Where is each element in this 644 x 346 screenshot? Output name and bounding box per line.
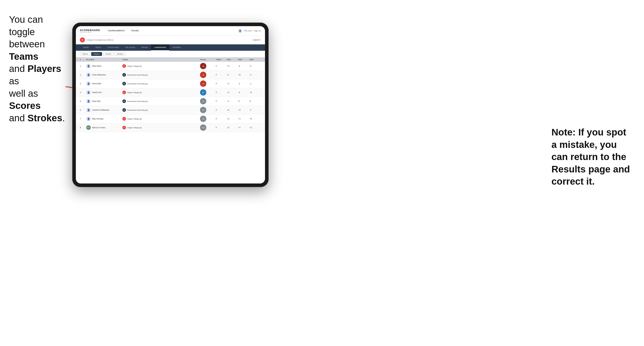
rd1-value: +1 xyxy=(227,100,238,102)
top-nav: SCOREBOARD Powered by clippd TOURNAMENTS… xyxy=(76,26,265,36)
tab-details[interactable]: Details xyxy=(80,44,92,51)
rd2-value: +7 xyxy=(238,127,250,129)
team-name: Clippd College [A] xyxy=(127,118,142,120)
rd1-value: +1 xyxy=(227,82,238,85)
avatar: 👤 xyxy=(86,108,91,112)
team-logo: C xyxy=(122,91,126,94)
player-cell: 👤 Rich Butler xyxy=(86,81,122,86)
rd1-value: +2 xyxy=(227,127,238,129)
team-name: Scoreboard University [A] xyxy=(127,83,148,85)
table-row[interactable]: 7 👤 Blair McHarg C Clippd College [A] +9… xyxy=(76,115,265,123)
team-cell: S Scoreboard University [A] xyxy=(122,108,200,112)
nav-tournaments[interactable]: TOURNAMENTS xyxy=(104,26,128,35)
col-thru: THRU xyxy=(216,59,227,61)
tab-tee-groups[interactable]: Tee Groups xyxy=(122,44,138,51)
tablet-frame: SCOREBOARD Powered by clippd TOURNAMENTS… xyxy=(72,22,268,187)
tab-leaderboards[interactable]: Leaderboards xyxy=(151,44,169,51)
table-row[interactable]: 6 👤 Cameron Robertson S Scoreboard Unive… xyxy=(76,106,265,115)
tab-printables[interactable]: Printables xyxy=(169,44,184,51)
team-logo: S xyxy=(122,99,126,103)
table-row[interactable]: 5 👤 Rees Britt S Scoreboard University [… xyxy=(76,97,265,106)
rd1-value: -5 xyxy=(227,74,238,76)
player-cell: 👤 Cameron Robertson xyxy=(86,108,122,112)
team-cell: S Scoreboard University [A] xyxy=(122,82,200,85)
sub-tab-bar: Teams Players Scores Strokes xyxy=(76,51,265,57)
player-cell: 👤 Rees Britt xyxy=(86,99,122,103)
team-name: Clippd College [A] xyxy=(127,65,142,67)
table-row[interactable]: 4 👤 David Ford C Clippd College [A] E F … xyxy=(76,88,265,97)
player-rank: 3 xyxy=(80,82,86,85)
total-score: -8 xyxy=(200,63,216,69)
player-rank: 4 xyxy=(80,91,86,94)
score-badge: -4 xyxy=(200,72,206,78)
rd2-value: +1 xyxy=(238,118,250,120)
signout-link[interactable]: Sign out xyxy=(254,30,261,32)
table-header: # PLAYER TEAM TOTAL THRU RD1 RD2 RD3 xyxy=(76,57,265,62)
player-name: David Ford xyxy=(92,91,102,94)
player-cell: 👤 Blair McHarg xyxy=(86,117,122,121)
score-badge: -2 xyxy=(200,80,206,87)
subtab-players[interactable]: Players xyxy=(91,52,102,56)
player-name: Elliot Ebert xyxy=(92,65,101,67)
leaderboard-table: # PLAYER TEAM TOTAL THRU RD1 RD2 RD3 1 👤… xyxy=(76,57,265,183)
subtab-strokes[interactable]: Strokes xyxy=(114,52,126,56)
score-badge: +6 xyxy=(200,107,206,113)
logo-area: SCOREBOARD Powered by clippd xyxy=(80,29,100,33)
team-cell: C Clippd College [A] xyxy=(122,126,200,129)
total-score: -2 xyxy=(200,80,216,87)
thru-value: F xyxy=(216,127,227,129)
tab-results[interactable]: Results xyxy=(138,44,151,51)
player-cell: 👤 Chris Robertson xyxy=(86,73,122,77)
rd1-value: +5 xyxy=(227,109,238,111)
avatar: 👤 xyxy=(86,117,91,121)
tab-teams[interactable]: Teams xyxy=(92,44,104,51)
rd3-value: -4 xyxy=(250,74,261,76)
score-badge: +11 xyxy=(200,124,206,131)
player-rank: 8 xyxy=(80,127,86,129)
team-name: Scoreboard University [A] xyxy=(127,100,148,102)
team-cell: C Clippd College [A] xyxy=(122,91,200,94)
player-cell: MT Marcus Turners xyxy=(86,125,122,130)
right-annotation-text: Note: If you spota mistake, youcan retur… xyxy=(552,127,630,187)
tablet-screen: SCOREBOARD Powered by clippd TOURNAMENTS… xyxy=(76,26,265,183)
subtab-scores[interactable]: Scores xyxy=(103,52,114,56)
col-player: PLAYER xyxy=(86,59,122,61)
subtab-teams[interactable]: Teams xyxy=(80,52,90,56)
annotation-line4: well as Scores xyxy=(9,88,41,111)
rd3-value: -1 xyxy=(250,109,261,111)
team-cell: S Scoreboard University [A] xyxy=(122,99,200,103)
col-rank: # xyxy=(80,59,86,61)
rd3-value: -5 xyxy=(250,65,261,67)
total-score: +9 xyxy=(200,116,216,122)
annotation-line3: and Players as xyxy=(9,63,61,86)
player-name: Rich Butler xyxy=(92,82,102,85)
total-score: -4 xyxy=(200,72,216,78)
table-row[interactable]: 1 👤 Elliot Ebert C Clippd College [A] -8… xyxy=(76,62,265,71)
right-annotation: Note: If you spota mistake, youcan retur… xyxy=(552,126,637,188)
score-badge: E xyxy=(200,89,206,96)
avatar: MT xyxy=(86,125,91,130)
nav-teams[interactable]: TEAMS xyxy=(128,26,142,35)
total-score: +11 xyxy=(200,124,216,131)
tournament-title: Clippd Invitational (Men) xyxy=(87,38,114,41)
table-row[interactable]: 3 👤 Rich Butler S Scoreboard University … xyxy=(76,79,265,88)
table-row[interactable]: 8 MT Marcus Turners C Clippd College [A]… xyxy=(76,123,265,132)
rd1-value: +2 xyxy=(227,118,238,120)
avatar: 👤 xyxy=(86,64,91,68)
cancel-button[interactable]: Cancel × xyxy=(253,39,261,41)
player-rank: 7 xyxy=(80,118,86,120)
score-badge: -8 xyxy=(200,63,206,69)
tab-course-setup[interactable]: Course Setup xyxy=(104,44,122,51)
tournament-header: C Clippd Invitational (Men) Cancel × xyxy=(76,36,265,44)
player-rank: 2 xyxy=(80,74,86,76)
thru-value: F xyxy=(216,74,227,76)
rd3-value: +3 xyxy=(250,91,261,94)
player-name: Cameron Robertson xyxy=(92,109,110,111)
col-team: TEAM xyxy=(122,59,200,61)
rd2-value: E xyxy=(238,100,250,102)
team-logo: S xyxy=(122,73,126,77)
table-row[interactable]: 2 👤 Chris Robertson S Scoreboard Univers… xyxy=(76,71,265,79)
rd2-value: -4 xyxy=(238,91,250,94)
player-rank: 5 xyxy=(80,100,86,102)
player-name: Blair McHarg xyxy=(92,118,103,120)
